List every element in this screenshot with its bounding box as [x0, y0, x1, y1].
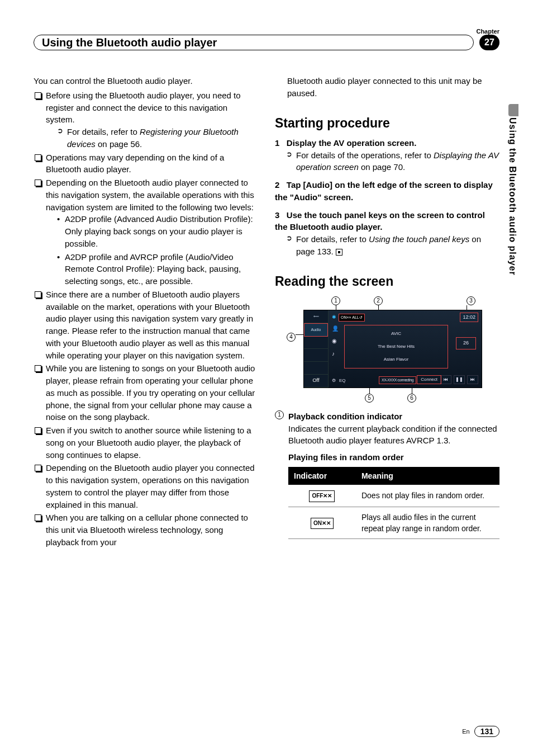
pause-button-icon: ❚❚: [454, 375, 465, 384]
intro-text: You can control the Bluetooth audio play…: [34, 75, 258, 87]
bullet-text: Since there are a number of Bluetooth au…: [46, 290, 253, 360]
chapter-label: Chapter: [34, 28, 499, 35]
description-item-1: 1 Playback condition indicator Indicates…: [275, 410, 499, 447]
artist-icon: 👤: [332, 325, 339, 333]
callout-5: 5: [365, 394, 374, 403]
bullet-item: While you are listening to songs on your…: [34, 362, 258, 423]
left-column: You can control the Bluetooth audio play…: [34, 75, 258, 550]
callout-4: 4: [287, 333, 296, 342]
connect-button-label: Connect: [417, 375, 441, 384]
th-indicator: Indicator: [288, 467, 356, 485]
bullet-text: Depending on the Bluetooth audio player …: [46, 178, 254, 212]
device-screen: ⟸ Audio Off ✱ ON×× ALL↺ 12:02 👤 ◉: [303, 310, 482, 388]
starting-procedure-heading: Starting procedure: [275, 114, 499, 133]
step-1: 1 Display the AV operation screen. For d…: [275, 137, 499, 173]
bullet-item: Depending on the Bluetooth audio player …: [34, 177, 258, 287]
clock-display: 12:02: [460, 313, 478, 322]
step-2: 2 Tap [Audio] on the left edge of the sc…: [275, 179, 499, 204]
indicator-off-icon: OFF✕✕: [309, 490, 335, 502]
step-head-text: Use the touch panel keys on the screen t…: [275, 210, 485, 232]
step-arrow-prefix: For details, refer to: [296, 234, 369, 244]
connection-status-label: XX-XXXX connecting: [379, 376, 416, 384]
continuation-text: Bluetooth audio player connected to this…: [275, 75, 499, 100]
step-arrow-prefix: For details of the operations, refer to: [296, 150, 434, 160]
bullet-item: Even if you switch to another source whi…: [34, 424, 258, 461]
indicator-on-icon: ON✕✕: [311, 518, 334, 530]
desc-body-1: Indicates the current playback condition…: [275, 423, 499, 447]
chapter-number-badge: 27: [479, 35, 499, 50]
title-bar: Using the Bluetooth audio player 27: [34, 35, 499, 50]
callout-2: 2: [374, 296, 383, 305]
right-column: Bluetooth audio player connected to this…: [275, 75, 499, 550]
sidebar-tab-blank2: [304, 362, 328, 375]
dash-item: A2DP profile (Advanced Audio Distributio…: [57, 213, 258, 249]
desc-num-1: 1: [275, 410, 284, 419]
album-icon: ◉: [332, 337, 339, 346]
bullet-item: Depending on the Bluetooth audio player …: [34, 462, 258, 511]
callout-6: 6: [407, 394, 416, 403]
bullet-item: Before using the Bluetooth audio player,…: [34, 89, 258, 150]
side-chapter-marker: [508, 104, 518, 116]
arrow-sub-item: For details, refer to Registering your B…: [57, 126, 258, 150]
end-of-section-icon: [336, 249, 342, 256]
page-title: Using the Bluetooth audio player: [42, 36, 217, 49]
meaning-cell: Does not play files in random order.: [356, 485, 499, 507]
track-artist: AVIC: [391, 330, 401, 337]
bullet-item: When you are talking on a cellular phone…: [34, 512, 258, 548]
bullet-text: Operations may vary depending on the kin…: [46, 153, 224, 174]
track-title: Asian Flavor: [384, 356, 408, 363]
step-number: 1: [275, 138, 279, 148]
reading-screen-heading: Reading the screen: [275, 272, 499, 291]
indicator-top: ON×× ALL↺: [339, 314, 365, 322]
table-title: Playing files in random order: [288, 451, 499, 464]
arrow-sub-item: For details, refer to Using the touch pa…: [286, 233, 499, 258]
sidebar-tab-av: [304, 337, 328, 349]
bullet-item: Since there are a number of Bluetooth au…: [34, 289, 258, 362]
bullet-text: Depending on the Bluetooth audio player …: [46, 463, 255, 509]
screen-diagram: 1 2 3 4 ⟸ Audio Off: [287, 296, 488, 403]
sidebar-tab-audio: Audio: [304, 323, 328, 337]
track-album: The Best New Hits: [378, 343, 415, 350]
gear-icon: ⚙: [332, 377, 336, 384]
step-3: 3 Use the touch panel keys on the screen…: [275, 209, 499, 258]
step-number: 3: [275, 210, 279, 220]
table-row: OFF✕✕ Does not play files in random orde…: [288, 485, 499, 507]
side-chapter-tab: Using the Bluetooth audio player: [507, 117, 517, 276]
bullet-text: While you are listening to songs on your…: [46, 363, 255, 422]
callout-3: 3: [467, 296, 475, 305]
track-number-box: 26: [456, 337, 476, 349]
bullet-text: When you are talking on a cellular phone…: [46, 513, 248, 547]
prev-button-icon: ⏮: [440, 375, 451, 384]
track-icon: ♪: [332, 350, 339, 358]
next-button-icon: ⏭: [467, 375, 478, 384]
arrow-sub-item: For details of the operations, refer to …: [286, 149, 499, 174]
meaning-cell: Plays all audio files in the current rep…: [356, 507, 499, 539]
bullet-text: Before using the Bluetooth audio player,…: [46, 91, 241, 125]
step-arrow-suffix: on page 70.: [359, 162, 405, 172]
th-meaning: Meaning: [356, 467, 499, 485]
desc-title-1: Playback condition indicator: [288, 410, 402, 423]
step-number: 2: [275, 180, 279, 190]
footer-lang: En: [462, 728, 469, 735]
sidebar-tab-off: Off: [304, 375, 328, 388]
bullet-text: Even if you switch to another source whi…: [46, 426, 251, 460]
eq-label: EQ: [339, 377, 346, 384]
sidebar-tab-blank: [304, 349, 328, 362]
callout-1: 1: [331, 296, 340, 305]
step-head-text: Display the AV operation screen.: [287, 138, 417, 148]
step-arrow-ref: Using the touch panel keys: [369, 234, 469, 244]
indicator-table: Indicator Meaning OFF✕✕ Does not play fi…: [288, 467, 499, 539]
sidebar-tab-map: ⟸: [304, 310, 328, 323]
sub-text-suffix: on page 56.: [96, 139, 142, 149]
bullet-item: Operations may vary depending on the kin…: [34, 152, 258, 176]
dash-item: A2DP profile and AVRCP profile (Audio/Vi…: [57, 251, 258, 287]
sub-text-prefix: For details, refer to: [67, 127, 140, 136]
page-number-badge: 131: [474, 726, 499, 737]
footer: En 131: [462, 726, 499, 737]
step-head-text: Tap [Audio] on the left edge of the scre…: [275, 180, 493, 202]
table-row: ON✕✕ Plays all audio files in the curren…: [288, 507, 499, 539]
